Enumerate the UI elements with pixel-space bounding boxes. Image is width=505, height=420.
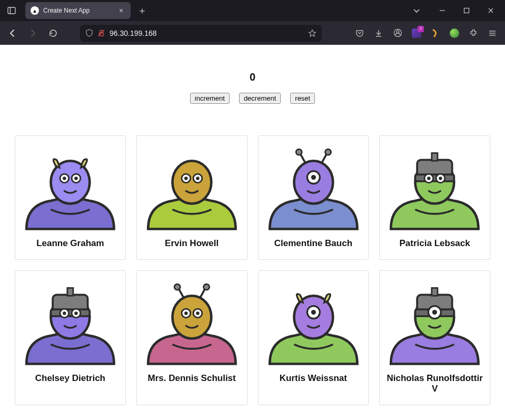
svg-point-19	[184, 177, 187, 180]
svg-point-8	[397, 31, 399, 33]
svg-point-51	[184, 311, 187, 315]
minimize-button[interactable]	[430, 0, 454, 21]
svg-point-26	[325, 149, 331, 155]
user-card[interactable]: Clementine Bauch	[258, 135, 369, 260]
avatar-image	[22, 278, 119, 367]
forward-button[interactable]	[24, 25, 41, 42]
account-button[interactable]	[389, 25, 406, 42]
counter-value: 0	[15, 71, 490, 83]
app-menu-button[interactable]	[484, 25, 501, 42]
new-tab-button[interactable]: ＋	[135, 3, 150, 18]
extension-button-2[interactable]	[427, 25, 444, 42]
svg-rect-0	[8, 7, 15, 14]
user-card[interactable]: Ervin Howell	[136, 135, 247, 260]
counter-controls: increment decrement reset	[15, 93, 490, 104]
avatar-image	[386, 143, 483, 232]
toolbar-extensions: 7	[351, 25, 501, 42]
tab-list-button[interactable]	[407, 3, 426, 18]
svg-point-14	[63, 177, 66, 180]
tab-favicon-icon: ▲	[31, 6, 39, 15]
svg-point-28	[311, 175, 315, 180]
svg-point-24	[296, 149, 302, 155]
insecure-lock-icon	[97, 29, 105, 37]
user-card[interactable]: Patricia Lebsack	[379, 135, 490, 260]
url-text: 96.30.199.168	[110, 29, 304, 37]
svg-point-36	[439, 177, 442, 180]
user-name: Nicholas Runolfsdottir V	[386, 373, 483, 394]
user-card[interactable]: Mrs. Dennis Schulist	[136, 270, 247, 405]
downloads-button[interactable]	[370, 25, 387, 42]
avatar-image	[143, 143, 241, 232]
page-content: 0 increment decrement reset Leanne Graha…	[0, 45, 505, 405]
svg-rect-60	[432, 288, 438, 296]
toolbar: 96.30.199.168 7	[0, 21, 505, 45]
back-button[interactable]	[4, 25, 21, 42]
bookmark-star-icon[interactable]	[308, 29, 316, 37]
user-card[interactable]: Nicholas Runolfsdottir V	[379, 270, 490, 405]
tab-title: Create Next App	[43, 7, 113, 14]
user-card[interactable]: Chelsey Dietrich	[15, 270, 126, 405]
avatar-image	[22, 143, 119, 232]
svg-point-16	[74, 177, 77, 180]
shield-icon	[85, 29, 93, 37]
svg-rect-32	[432, 153, 438, 161]
svg-point-34	[427, 177, 430, 180]
svg-point-21	[196, 177, 199, 180]
user-name: Chelsey Dietrich	[22, 373, 119, 384]
svg-rect-39	[51, 309, 90, 316]
user-grid: Leanne Graham Ervin Howell	[15, 135, 490, 405]
user-name: Patricia Lebsack	[386, 238, 483, 249]
avatar-box	[265, 143, 362, 232]
tab-bar: ▲ Create Next App × ＋	[0, 0, 505, 21]
browser-chrome: ▲ Create Next App × ＋	[0, 0, 505, 45]
reload-button[interactable]	[44, 25, 61, 42]
window-controls	[430, 0, 503, 21]
browser-tab[interactable]: ▲ Create Next App ×	[25, 2, 131, 19]
svg-rect-40	[67, 288, 73, 296]
svg-point-12	[51, 161, 90, 203]
user-name: Mrs. Dennis Schulist	[143, 373, 241, 384]
user-name: Clementine Bauch	[265, 238, 362, 249]
decrement-button[interactable]: decrement	[239, 93, 281, 104]
reset-button[interactable]: reset	[290, 93, 315, 104]
svg-point-44	[74, 311, 77, 315]
tab-close-button[interactable]: ×	[117, 6, 125, 15]
extension-badge: 7	[418, 26, 424, 32]
svg-rect-31	[415, 174, 454, 181]
avatar-image	[265, 143, 362, 232]
extensions-overflow-button[interactable]	[465, 25, 482, 42]
extension-button-3[interactable]	[446, 25, 463, 42]
svg-point-56	[311, 310, 315, 315]
avatar-box	[386, 143, 483, 232]
svg-point-47	[174, 284, 180, 290]
avatar-image	[143, 278, 241, 367]
svg-rect-3	[464, 8, 469, 13]
avatar-box	[143, 143, 241, 232]
pocket-button[interactable]	[351, 25, 368, 42]
close-window-button[interactable]	[479, 0, 503, 21]
user-name: Kurtis Weissnat	[265, 373, 362, 384]
svg-point-45	[172, 296, 211, 338]
sidebar-toggle-button[interactable]	[2, 3, 21, 18]
avatar-image	[386, 278, 483, 367]
maximize-button[interactable]	[454, 0, 479, 21]
avatar-box	[265, 278, 362, 367]
svg-point-42	[63, 311, 66, 315]
svg-point-53	[196, 311, 199, 315]
svg-point-62	[432, 310, 437, 315]
user-card[interactable]: Kurtis Weissnat	[258, 270, 369, 405]
user-name: Leanne Graham	[22, 238, 119, 249]
url-bar[interactable]: 96.30.199.168	[80, 25, 322, 42]
increment-button[interactable]: increment	[190, 93, 230, 104]
avatar-image	[265, 278, 362, 367]
avatar-box	[22, 278, 119, 367]
avatar-box	[386, 278, 483, 367]
user-name: Ervin Howell	[143, 238, 241, 249]
avatar-box	[143, 278, 241, 367]
extension-button-1[interactable]: 7	[408, 25, 425, 42]
user-card[interactable]: Leanne Graham	[15, 135, 126, 260]
svg-point-49	[203, 284, 209, 290]
svg-point-17	[172, 161, 211, 203]
avatar-box	[22, 143, 119, 232]
